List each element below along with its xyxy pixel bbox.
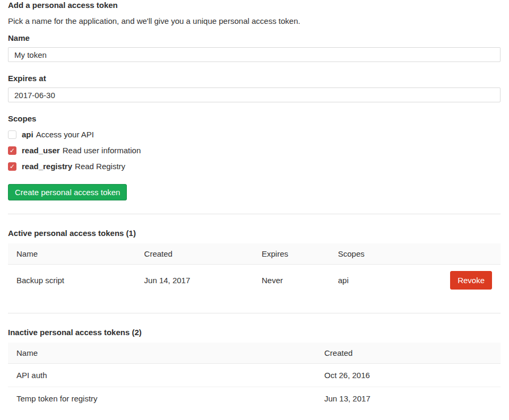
expires-at-input[interactable] — [8, 88, 501, 102]
section-divider — [8, 214, 501, 214]
scope-row-read-user[interactable]: read_user Read user information — [8, 146, 501, 155]
active-table-header-row: Name Created Expires Scopes — [8, 243, 501, 265]
read-registry-checkbox[interactable] — [8, 162, 16, 171]
token-name-input[interactable] — [8, 47, 501, 62]
scopes-group: Scopes api Access your API read_user Rea… — [8, 114, 501, 171]
column-header-expires: Expires — [253, 243, 330, 265]
scope-name: read_registry — [22, 162, 72, 171]
scope-name: read_user — [22, 146, 60, 155]
read-user-checkbox[interactable] — [8, 146, 16, 155]
api-checkbox[interactable] — [8, 130, 16, 139]
scope-description: Read Registry — [75, 162, 125, 171]
scope-row-api[interactable]: api Access your API — [8, 130, 501, 139]
add-token-title: Add a personal access token — [8, 1, 501, 10]
token-created-cell: Jun 13, 2017 — [316, 387, 501, 410]
column-header-scopes: Scopes — [330, 243, 442, 265]
table-row: Backup script Jun 14, 2017 Never api Rev… — [8, 265, 501, 296]
inactive-table-header-row: Name Created — [8, 343, 501, 364]
column-header-created: Created — [316, 343, 501, 364]
token-name-cell: Temp token for registry — [8, 387, 316, 410]
token-expires-cell: Never — [253, 265, 330, 296]
scope-description: Access your API — [36, 130, 94, 139]
token-action-cell: Revoke — [442, 265, 501, 296]
expires-label: Expires at — [8, 74, 501, 83]
section-divider — [8, 313, 501, 313]
token-scopes-cell: api — [330, 265, 442, 296]
scope-name: api — [22, 130, 33, 139]
token-name-cell: API auth — [8, 363, 316, 387]
active-tokens-table: Name Created Expires Scopes Backup scrip… — [8, 243, 501, 296]
inactive-tokens-title: Inactive personal access tokens (2) — [8, 328, 501, 337]
expires-form-group: Expires at — [8, 74, 501, 102]
column-header-name: Name — [8, 243, 136, 265]
token-created-cell: Oct 26, 2016 — [316, 363, 501, 387]
table-row: API auth Oct 26, 2016 — [8, 363, 501, 387]
name-label: Name — [8, 33, 501, 42]
scope-description: Read user information — [63, 146, 141, 155]
token-name-cell: Backup script — [8, 265, 136, 296]
table-row: Temp token for registry Jun 13, 2017 — [8, 387, 501, 410]
revoke-button[interactable]: Revoke — [450, 271, 492, 290]
column-header-actions — [442, 243, 501, 265]
create-token-button[interactable]: Create personal access token — [8, 184, 127, 200]
column-header-created: Created — [136, 243, 253, 265]
token-created-cell: Jun 14, 2017 — [136, 265, 253, 296]
column-header-name: Name — [8, 343, 316, 364]
inactive-tokens-table: Name Created API auth Oct 26, 2016 Temp … — [8, 343, 501, 410]
personal-access-tokens-page: Add a personal access token Pick a name … — [0, 0, 509, 410]
add-token-description: Pick a name for the application, and we'… — [8, 16, 501, 25]
name-form-group: Name — [8, 33, 501, 62]
scope-row-read-registry[interactable]: read_registry Read Registry — [8, 162, 501, 171]
scopes-label: Scopes — [8, 114, 501, 123]
active-tokens-title: Active personal access tokens (1) — [8, 229, 501, 238]
